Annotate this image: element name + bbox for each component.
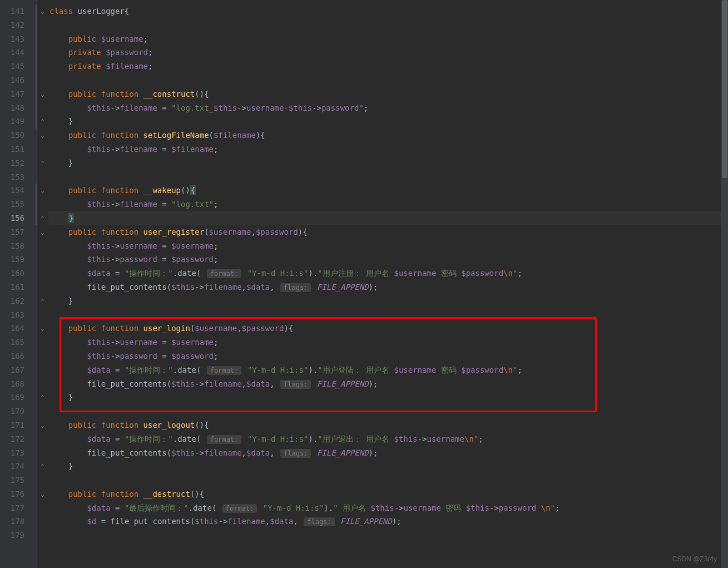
code-line[interactable]: public function user_register($username,… (48, 225, 728, 239)
code-line[interactable]: public $username; (48, 32, 728, 46)
fold-open-icon[interactable]: ⌄ (40, 230, 45, 235)
code-line[interactable]: $data = "操作时间：".date( format: "Y-m-d H:i… (48, 432, 728, 446)
line-number[interactable]: 148 (0, 101, 37, 115)
code-line[interactable]: $this->filename = "log.txt_$this->userna… (48, 101, 728, 115)
code-line[interactable]: $this->filename = "log.txt"; (48, 197, 728, 211)
line-number[interactable]: 168 (0, 377, 37, 391)
line-number[interactable]: 167 (0, 363, 37, 377)
watermark-text: CSDN @Z3r4y (672, 554, 717, 565)
line-number[interactable]: 176 (0, 487, 37, 501)
code-line[interactable] (48, 308, 728, 322)
line-number[interactable]: 147 (0, 87, 37, 101)
line-number[interactable]: 155 (0, 197, 37, 211)
line-number[interactable]: 145 (0, 60, 37, 73)
code-line[interactable]: public function setLogFileName($filename… (48, 129, 728, 142)
line-number[interactable]: 164 (0, 322, 37, 335)
line-number[interactable]: 153 (0, 170, 37, 184)
fold-close-icon[interactable]: ⌃ (40, 216, 45, 221)
line-number[interactable]: 170 (0, 404, 37, 418)
code-line[interactable]: } (48, 115, 728, 129)
fold-open-icon[interactable]: ⌄ (40, 9, 45, 14)
code-editor[interactable]: 1411421431441451461471481491501511521531… (0, 0, 728, 568)
line-number[interactable]: 179 (0, 529, 37, 542)
line-number[interactable]: 177 (0, 501, 37, 515)
line-number[interactable]: 173 (0, 446, 37, 460)
code-line[interactable]: private $filename; (48, 60, 728, 73)
code-line[interactable]: file_put_contents($this->filename,$data,… (48, 377, 728, 391)
line-number[interactable]: 175 (0, 473, 37, 487)
line-number[interactable]: 149 (0, 115, 37, 129)
code-line[interactable]: $this->filename = $filename; (48, 142, 728, 156)
code-line[interactable] (48, 73, 728, 87)
line-number[interactable]: 169 (0, 391, 37, 404)
vertical-scrollbar[interactable] (721, 0, 728, 568)
fold-column[interactable]: ⌄⌄⌃⌄⌃⌄⌃⌄⌃⌄⌃⌄⌃⌄ (37, 0, 48, 568)
code-line[interactable]: file_put_contents($this->filename,$data,… (48, 446, 728, 460)
fold-open-icon[interactable]: ⌄ (40, 133, 45, 138)
line-number[interactable]: 157 (0, 225, 37, 239)
code-line[interactable]: public function __wakeup(){ (48, 184, 728, 197)
code-line[interactable]: private $password; (48, 46, 728, 60)
fold-open-icon[interactable]: ⌄ (40, 492, 45, 497)
code-line[interactable] (48, 473, 728, 487)
line-number[interactable]: 142 (0, 18, 37, 32)
line-number[interactable]: 161 (0, 280, 37, 294)
scrollbar-thumb[interactable] (722, 0, 727, 178)
code-line[interactable]: $this->password = $password; (48, 349, 728, 363)
code-line[interactable]: $this->password = $password; (48, 253, 728, 266)
fold-open-icon[interactable]: ⌄ (40, 92, 45, 97)
line-number[interactable]: 163 (0, 308, 37, 322)
line-number[interactable]: 154 (0, 184, 37, 197)
fold-open-icon[interactable]: ⌄ (40, 423, 45, 428)
line-number[interactable]: 174 (0, 460, 37, 473)
line-number[interactable]: 178 (0, 515, 37, 529)
line-number[interactable]: 162 (0, 294, 37, 308)
code-line[interactable]: } (48, 294, 728, 308)
code-line[interactable] (48, 18, 728, 32)
code-line[interactable]: public function user_login($username,$pa… (48, 322, 728, 335)
code-line[interactable]: $d = file_put_contents($this->filename,$… (48, 515, 728, 529)
code-line[interactable]: $this->username = $username; (48, 335, 728, 349)
fold-close-icon[interactable]: ⌃ (40, 395, 45, 400)
line-number[interactable]: 151 (0, 142, 37, 156)
code-line[interactable]: } (48, 156, 728, 170)
line-number-gutter[interactable]: 1411421431441451461471481491501511521531… (0, 0, 37, 568)
line-number[interactable]: 171 (0, 418, 37, 432)
code-line[interactable] (48, 529, 728, 542)
code-line[interactable]: public function __construct(){ (48, 87, 728, 101)
code-line[interactable]: $this->username = $username; (48, 239, 728, 253)
code-line[interactable]: public function __destruct(){ (48, 487, 728, 501)
line-number[interactable]: 141 (0, 4, 37, 18)
code-line[interactable] (48, 170, 728, 184)
line-number[interactable]: 159 (0, 253, 37, 266)
line-number[interactable]: 144 (0, 46, 37, 60)
code-line[interactable] (48, 404, 728, 418)
fold-close-icon[interactable]: ⌃ (40, 119, 45, 124)
line-number[interactable]: 166 (0, 349, 37, 363)
code-line[interactable]: public function user_logout(){ (48, 418, 728, 432)
line-number[interactable]: 146 (0, 73, 37, 87)
fold-open-icon[interactable]: ⌄ (40, 188, 45, 193)
line-number[interactable]: 143 (0, 32, 37, 46)
code-line[interactable]: class userLogger{ (48, 4, 728, 18)
line-number[interactable]: 152 (0, 156, 37, 170)
line-number[interactable]: 150 (0, 129, 37, 142)
code-line[interactable]: } (48, 460, 728, 473)
fold-close-icon[interactable]: ⌃ (40, 299, 45, 304)
line-number[interactable]: 165 (0, 335, 37, 349)
code-line[interactable]: $data = "最后操作时间：".date( format: "Y-m-d H… (48, 501, 728, 515)
code-line[interactable]: $data = "操作时间：".date( format: "Y-m-d H:i… (48, 363, 728, 377)
code-area[interactable]: class userLogger{ public $username; priv… (48, 0, 728, 568)
fold-close-icon[interactable]: ⌃ (40, 161, 45, 166)
code-line[interactable]: $data = "操作时间：".date( format: "Y-m-d H:i… (48, 266, 728, 280)
line-number[interactable]: 160 (0, 266, 37, 280)
code-line[interactable]: file_put_contents($this->filename,$data,… (48, 280, 728, 294)
fold-close-icon[interactable]: ⌃ (40, 464, 45, 469)
line-number[interactable]: 156 (0, 211, 37, 225)
line-number[interactable]: 172 (0, 432, 37, 446)
code-line[interactable]: } (48, 391, 728, 404)
line-number[interactable]: 158 (0, 239, 37, 253)
code-line[interactable]: } (48, 211, 728, 225)
fold-open-icon[interactable]: ⌄ (40, 326, 45, 331)
